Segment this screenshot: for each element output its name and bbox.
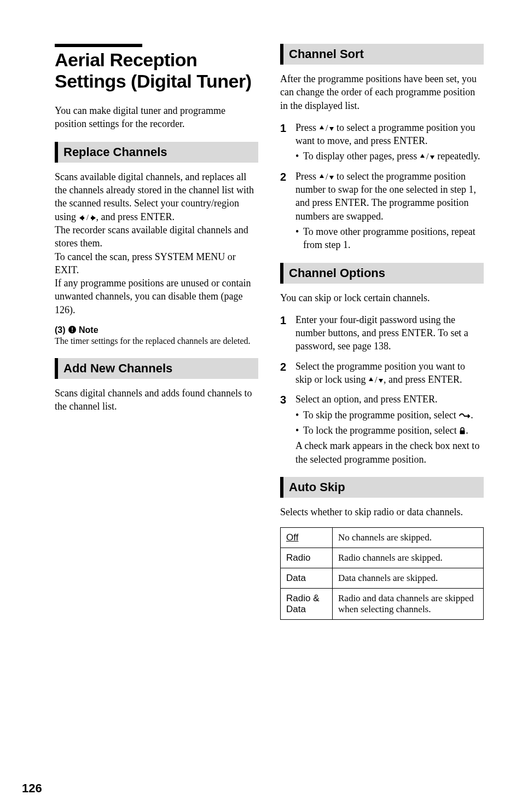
options-step-1: Enter your four-digit password using the… [280,313,484,353]
opt-key: Off [286,532,298,543]
replace-p3: The recorder scans available digital cha… [55,224,248,249]
svg-text:/: / [86,215,89,221]
sort-intro: After the programme positions have been … [280,72,484,112]
add-text: Scans digital channels and adds found ch… [55,387,258,413]
svg-text:/: / [326,173,328,181]
note-text: The timer settings for the replaced chan… [55,335,258,347]
title-rule [55,44,142,47]
up-down-arrow-icon: / [319,171,334,182]
intro-text: You can make digital tuner and programme… [55,104,258,131]
svg-rect-9 [460,430,465,434]
page-title: Aerial Reception Settings (Digital Tuner… [55,49,258,92]
up-down-arrow-icon: / [420,151,435,162]
sort-step-2-sub: To move other programme positions, repea… [295,225,484,252]
options-step-2: Select the programme position you want t… [280,360,484,387]
sort-steps: Press / to select a programme position y… [280,121,484,252]
section-heading-sort: Channel Sort [280,44,484,65]
note-icon: ! [68,325,77,334]
note-block: !Note The timer settings for the replace… [55,325,258,347]
right-column: Channel Sort After the programme positio… [280,44,484,620]
left-column: Aerial Reception Settings (Digital Tuner… [55,44,258,620]
options-intro: You can skip or lock certain channels. [280,291,484,304]
note-heading: Note [79,325,98,335]
svg-text:/: / [375,376,378,384]
options-step-3-sub2: To lock the programme position, select . [295,424,484,437]
skip-icon [459,413,471,419]
svg-text:/: / [326,124,328,132]
opt-val: Data channels are skipped. [333,568,484,589]
lock-icon [459,427,466,435]
opt-key: Radio & Data [281,589,333,620]
table-row: Off No channels are skipped. [281,528,484,548]
up-down-arrow-icon: / [319,122,334,133]
sort-step-1-sub: To display other pages, press / repeated… [295,149,484,163]
section-heading-add: Add New Channels [55,358,258,379]
sort-step-2: Press / to select the programme position… [280,170,484,252]
options-step-3-sub1: To skip the programme position, select . [295,408,484,422]
page-number: 126 [22,781,42,796]
opt-key: Data [281,568,333,589]
up-down-arrow-icon: / [368,374,384,385]
svg-text:/: / [426,153,429,160]
replace-para: Scans available digital channels, and re… [55,170,258,316]
section-heading-options: Channel Options [280,263,484,284]
replace-p2b: , and press ENTER. [96,211,175,222]
section-heading-replace: Replace Channels [55,142,258,163]
opt-val: No channels are skipped. [333,528,484,548]
replace-p5: If any programme positions are unused or… [55,278,251,315]
svg-rect-0 [83,217,84,219]
opt-val: Radio and data channels are skipped when… [333,589,484,620]
autoskip-intro: Selects whether to skip radio or data ch… [280,505,484,519]
table-row: Data Data channels are skipped. [281,568,484,589]
options-steps: Enter your four-digit password using the… [280,313,484,466]
left-right-arrow-icon: / [79,211,96,222]
svg-text:!: ! [71,326,73,333]
svg-rect-1 [91,217,92,219]
table-row: Radio & Data Radio and data channels are… [281,589,484,620]
sort-step-1: Press / to select a programme position y… [280,121,484,163]
opt-val: Radio channels are skipped. [333,548,484,568]
options-step-3: Select an option, and press ENTER. To sk… [280,393,484,465]
opt-key: Radio [281,548,333,568]
section-heading-autoskip: Auto Skip [280,477,484,498]
table-row: Radio Radio channels are skipped. [281,548,484,568]
options-step-3-tail: A check mark appears in the check box ne… [295,440,479,464]
autoskip-table: Off No channels are skipped. Radio Radio… [280,527,484,620]
replace-p4: To cancel the scan, press SYSTEM MENU or… [55,251,236,275]
